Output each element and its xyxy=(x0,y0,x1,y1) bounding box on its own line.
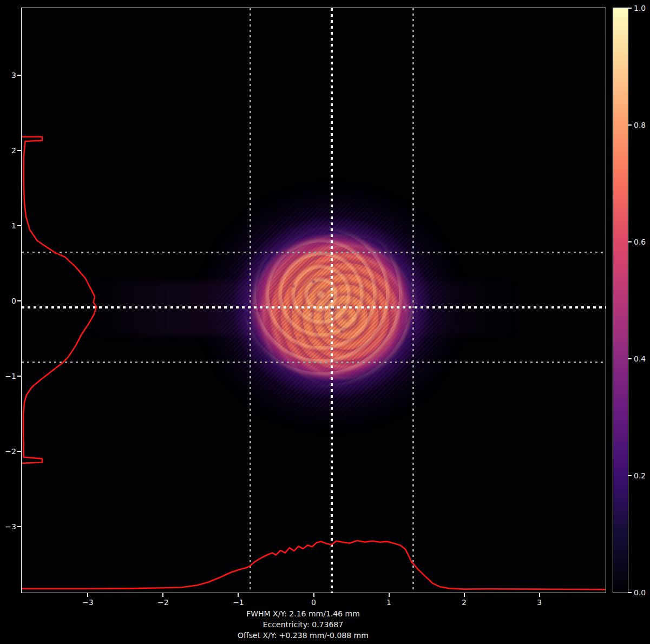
y-tick-mark xyxy=(17,376,21,377)
colorbar-tick-mark xyxy=(628,124,632,126)
y-tick-mark xyxy=(17,150,21,151)
x-tick-label: 1 xyxy=(386,598,391,607)
x-tick-label: 3 xyxy=(537,598,542,607)
y-tick-label: −2 xyxy=(0,447,16,456)
eccentricity-text: Eccentricity: 0.73687 xyxy=(0,619,606,630)
colorbar xyxy=(613,8,628,593)
colorbar-tick-label: 0.4 xyxy=(634,354,646,363)
colorbar-tick-label: 0.6 xyxy=(634,238,646,246)
colorbar-tick-mark xyxy=(628,358,632,359)
x-tick-mark xyxy=(162,593,163,597)
beam-profiler-figure: { "annotations": { "line1": "FWHM X/Y: 2… xyxy=(0,0,650,644)
profile-curves xyxy=(22,8,606,593)
x-tick-mark xyxy=(238,593,239,597)
x-tick-label: −3 xyxy=(82,598,94,607)
y-tick-mark xyxy=(17,300,21,301)
colorbar-tick-label: 0.0 xyxy=(634,588,646,597)
colorbar-tick-mark xyxy=(628,475,632,476)
x-tick-mark xyxy=(539,593,540,597)
beam-image-axes xyxy=(21,8,606,593)
colorbar-tick-mark xyxy=(628,592,632,593)
y-tick-mark xyxy=(17,526,21,527)
x-profile-curve xyxy=(22,541,606,589)
y-tick-label: −1 xyxy=(0,372,16,380)
colorbar-tick-mark xyxy=(628,241,632,242)
x-tick-label: −1 xyxy=(233,598,244,607)
colorbar-tick-label: 0.2 xyxy=(634,471,646,480)
y-tick-label: −3 xyxy=(0,522,16,531)
offset-text: Offset X/Y: +0.238 mm/-0.088 mm xyxy=(0,630,606,641)
colorbar-tick-mark xyxy=(628,8,632,9)
y-tick-label: 0 xyxy=(0,297,16,305)
y-profile-curve xyxy=(22,137,96,463)
x-tick-mark xyxy=(389,593,390,597)
y-tick-label: 1 xyxy=(0,221,16,230)
x-tick-label: 0 xyxy=(311,598,316,607)
y-tick-label: 2 xyxy=(0,146,16,155)
x-tick-label: 2 xyxy=(462,598,467,607)
colorbar-tick-label: 0.8 xyxy=(634,121,646,129)
y-tick-label: 3 xyxy=(0,71,16,80)
y-tick-mark xyxy=(17,451,21,452)
x-tick-mark xyxy=(87,593,88,597)
x-tick-mark xyxy=(313,593,314,597)
y-tick-mark xyxy=(17,75,21,76)
colorbar-tick-label: 1.0 xyxy=(634,4,646,12)
x-tick-label: −2 xyxy=(157,598,169,607)
y-tick-mark xyxy=(17,225,21,226)
x-tick-mark xyxy=(464,593,465,597)
beam-stats-annotation: FWHM X/Y: 2.16 mm/1.46 mm Eccentricity: … xyxy=(0,608,606,641)
fwhm-text: FWHM X/Y: 2.16 mm/1.46 mm xyxy=(0,608,606,619)
